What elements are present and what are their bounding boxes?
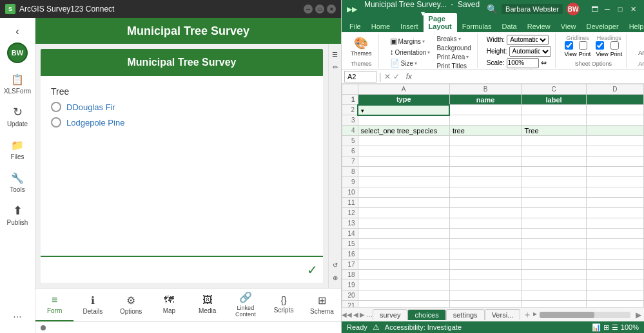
- minimize-button[interactable]: ─: [304, 5, 313, 14]
- cell-a2[interactable]: ▾: [358, 105, 449, 115]
- height-select[interactable]: Automatic: [509, 46, 551, 57]
- spreadsheet-scroll[interactable]: A B C D 1 type name label: [342, 84, 644, 307]
- table-row-6[interactable]: 6: [342, 146, 644, 157]
- cell-c4[interactable]: Tree: [522, 126, 586, 136]
- sheet-tab-settings[interactable]: settings: [446, 309, 485, 320]
- table-row-8[interactable]: 8: [342, 167, 644, 177]
- col-header-b[interactable]: B: [449, 84, 522, 95]
- horizontal-scrollbar[interactable]: [540, 312, 630, 318]
- cell-b3[interactable]: [449, 115, 522, 126]
- tab-view[interactable]: View: [556, 21, 581, 32]
- view-headings-check[interactable]: [596, 41, 604, 50]
- confirm-formula-icon[interactable]: ✓: [393, 72, 400, 81]
- view-gridlines-check[interactable]: [565, 41, 573, 50]
- excel-close-button[interactable]: ✕: [627, 3, 639, 15]
- nav-item-map[interactable]: 🗺 Map: [150, 289, 188, 321]
- survey-submit-button[interactable]: ✓: [307, 262, 318, 278]
- nav-item-schema[interactable]: ⊞ Schema: [303, 289, 341, 321]
- themes-button[interactable]: 🎨 Themes: [348, 35, 375, 58]
- cell-c2[interactable]: [522, 105, 586, 115]
- tab-review[interactable]: Review: [522, 21, 556, 32]
- table-row-19[interactable]: 19: [342, 280, 644, 290]
- radio-circle-1[interactable]: [51, 102, 61, 112]
- scroll-prev[interactable]: ◀: [353, 311, 358, 318]
- tab-help[interactable]: Help: [624, 21, 644, 32]
- more-sheets-button[interactable]: ▸: [533, 309, 537, 321]
- tab-insert[interactable]: Insert: [395, 21, 424, 32]
- table-row-5[interactable]: 5: [342, 136, 644, 146]
- table-row-12[interactable]: 12: [342, 208, 644, 218]
- right-strip-btn-2[interactable]: ✏: [330, 62, 340, 72]
- arrange-button[interactable]: ⧉ Arrange: [636, 35, 644, 57]
- sheet-tab-version[interactable]: Versi...: [485, 309, 521, 320]
- table-row-4[interactable]: 4 select_one tree_species tree Tree: [342, 126, 644, 136]
- breaks-button[interactable]: Breaks ▾: [434, 35, 473, 43]
- table-row-18[interactable]: 18: [342, 270, 644, 280]
- search-icon[interactable]: 🔍: [487, 4, 498, 14]
- excel-ribbon-toggle[interactable]: 🗖: [589, 3, 600, 15]
- size-button[interactable]: 📄 Size ▾: [388, 58, 433, 68]
- background-button[interactable]: Background: [434, 44, 473, 52]
- excel-maximize-button[interactable]: □: [614, 3, 626, 15]
- nav-item-media[interactable]: 🖼 Media: [188, 289, 226, 321]
- table-row-17[interactable]: 17: [342, 260, 644, 270]
- close-button[interactable]: ✕: [327, 5, 336, 14]
- formula-input[interactable]: [418, 73, 641, 81]
- radio-option-2[interactable]: Lodgepole Pine: [51, 117, 313, 128]
- print-titles-button[interactable]: Print Titles: [434, 62, 473, 70]
- sidebar-item-publish[interactable]: ⬆ Publish: [1, 200, 34, 230]
- sidebar-more-button[interactable]: ···: [8, 306, 26, 328]
- print-headings-check[interactable]: [610, 41, 619, 50]
- col-header-d[interactable]: D: [586, 84, 643, 95]
- table-row-16[interactable]: 16: [342, 249, 644, 260]
- orientation-button[interactable]: ↕ Orientation ▾: [388, 47, 433, 57]
- scroll-right-end[interactable]: ▶: [633, 310, 644, 319]
- excel-minimize-button[interactable]: ─: [601, 3, 613, 15]
- sidebar-item-update[interactable]: ↻ Update: [1, 101, 34, 131]
- right-strip-btn-1[interactable]: ☰: [330, 49, 340, 59]
- cancel-formula-icon[interactable]: ✕: [384, 72, 391, 81]
- tab-developer[interactable]: Developer: [581, 21, 623, 32]
- table-row-3[interactable]: 3: [342, 115, 644, 126]
- right-strip-btn-4[interactable]: ⊕: [330, 272, 340, 283]
- print-area-button[interactable]: Print Area ▾: [434, 53, 473, 61]
- width-select[interactable]: Automatic: [507, 35, 549, 45]
- table-row-9[interactable]: 9: [342, 177, 644, 187]
- tab-page-layout[interactable]: Page Layout: [424, 13, 457, 32]
- tab-data[interactable]: Data: [497, 21, 522, 32]
- radio-option-1[interactable]: DDouglas Fir: [51, 102, 313, 112]
- cell-d4[interactable]: [586, 126, 643, 136]
- scroll-last[interactable]: …: [366, 311, 373, 318]
- nav-item-linked[interactable]: 🔗 LinkedContent: [226, 289, 264, 321]
- radio-circle-2[interactable]: [51, 117, 61, 128]
- cell-d2[interactable]: [586, 105, 643, 115]
- sidebar-item-tools[interactable]: 🔧 Tools: [1, 167, 34, 197]
- add-sheet-button[interactable]: ＋: [523, 309, 532, 321]
- cell-reference-input[interactable]: [344, 71, 376, 82]
- margins-button[interactable]: ▣ Margins ▾: [388, 36, 433, 46]
- tab-home[interactable]: Home: [366, 21, 395, 32]
- cell-a4[interactable]: select_one tree_species: [358, 126, 449, 136]
- scroll-next[interactable]: ▶: [360, 311, 365, 318]
- cell-a3[interactable]: [358, 115, 449, 126]
- user-avatar[interactable]: BW: [7, 43, 28, 63]
- right-strip-btn-3[interactable]: ↺: [330, 260, 340, 270]
- scale-input[interactable]: [507, 58, 539, 68]
- cell-b2[interactable]: [449, 105, 522, 115]
- scroll-first[interactable]: ◀◀: [342, 311, 352, 318]
- sheet-tab-survey[interactable]: survey: [373, 309, 407, 320]
- table-row-21[interactable]: 21: [342, 301, 644, 308]
- table-row-7[interactable]: 7: [342, 157, 644, 167]
- table-row-14[interactable]: 14: [342, 229, 644, 239]
- table-row-13[interactable]: 13: [342, 218, 644, 229]
- col-header-c[interactable]: C: [522, 84, 586, 95]
- sidebar-back-button[interactable]: ‹: [13, 23, 21, 40]
- print-gridlines-check[interactable]: [579, 41, 587, 50]
- table-row-15[interactable]: 15: [342, 239, 644, 249]
- sidebar-item-xlsform[interactable]: 📋 XLSForm: [1, 68, 34, 99]
- table-row-2[interactable]: 2 ▾: [342, 105, 644, 115]
- sidebar-item-files[interactable]: 📁 Files: [1, 134, 34, 164]
- cell-d3[interactable]: [586, 115, 643, 126]
- nav-item-form[interactable]: ≡ Form: [35, 289, 73, 321]
- sheet-tab-choices[interactable]: choices: [407, 309, 445, 320]
